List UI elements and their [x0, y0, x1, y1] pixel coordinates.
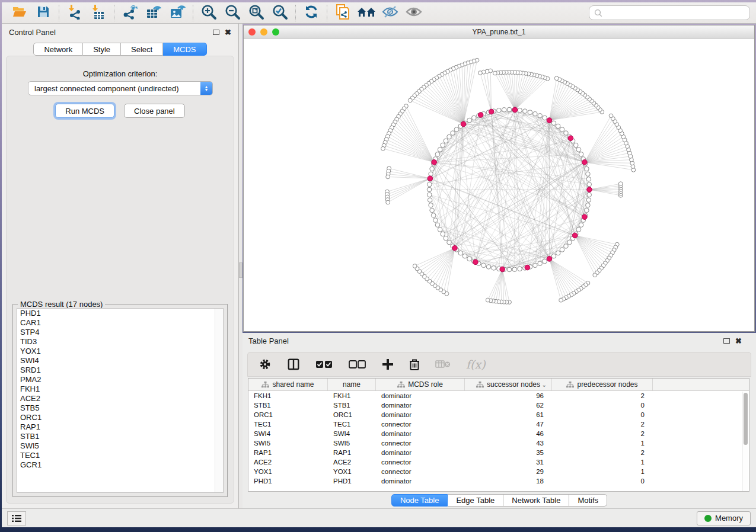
mcds-result-item[interactable]: PMA2 [17, 375, 223, 384]
node-table[interactable]: shared namenameMCDS rolesuccessor nodes⌄… [248, 378, 749, 492]
graph-node[interactable] [518, 108, 522, 113]
graph-node[interactable] [454, 127, 459, 132]
mcds-result-item[interactable]: FKH1 [17, 384, 223, 394]
refresh-layout-button[interactable] [299, 4, 323, 23]
mcds-result-item[interactable]: STP4 [17, 328, 223, 337]
splitter-handle[interactable] [239, 262, 243, 278]
graph-node[interactable] [586, 198, 591, 203]
graph-leaf-node[interactable] [554, 76, 559, 81]
tab-mcds[interactable]: MCDS [163, 43, 206, 56]
graph-node[interactable] [444, 236, 448, 241]
graph-node[interactable] [507, 107, 512, 112]
graph-node[interactable] [441, 232, 445, 236]
graph-node[interactable] [585, 166, 589, 171]
table-row[interactable]: FKH1FKH1dominator962 [248, 391, 749, 400]
tab-edge-table[interactable]: Edge Table [448, 494, 503, 507]
tab-motifs[interactable]: Motifs [569, 494, 607, 507]
graph-node[interactable] [560, 127, 564, 132]
graph-node[interactable] [576, 148, 581, 152]
close-panel-button[interactable]: Close panel [124, 104, 185, 118]
table-row[interactable]: YOX1YOX1connector291 [248, 467, 749, 476]
graph-node[interactable] [447, 134, 452, 139]
graph-node[interactable] [462, 254, 467, 258]
tab-node-table[interactable]: Node Table [391, 494, 448, 507]
first-neighbors-button[interactable] [355, 4, 378, 23]
add-column-icon[interactable] [382, 358, 394, 370]
task-history-button[interactable] [7, 511, 26, 525]
tab-network-table[interactable]: Network Table [503, 494, 569, 507]
graph-node[interactable] [492, 266, 496, 271]
graph-leaf-node[interactable] [609, 114, 613, 118]
graph-node[interactable] [564, 131, 569, 136]
graph-node[interactable] [538, 261, 543, 266]
tab-network[interactable]: Network [33, 43, 83, 56]
graph-mcds-hub-node[interactable] [473, 259, 479, 265]
graph-node[interactable] [441, 143, 445, 148]
graph-mcds-hub-node[interactable] [489, 109, 494, 114]
mcds-list-scrollbar[interactable] [215, 309, 223, 492]
table-scrollbar[interactable] [742, 392, 748, 491]
graph-leaf-node[interactable] [559, 298, 563, 302]
mcds-result-item[interactable]: GCR1 [17, 460, 223, 470]
graph-leaf-node[interactable] [386, 200, 390, 204]
graph-node[interactable] [497, 108, 502, 113]
graph-node[interactable] [567, 240, 572, 245]
column-header-name[interactable]: name [328, 379, 376, 390]
graph-node[interactable] [585, 208, 589, 213]
graph-node[interactable] [451, 131, 455, 136]
mcds-result-item[interactable]: SRD1 [17, 366, 223, 375]
graph-node[interactable] [507, 267, 512, 272]
graph-node[interactable] [429, 172, 433, 177]
graph-mcds-hub-node[interactable] [572, 233, 578, 238]
graph-node[interactable] [512, 267, 517, 272]
graph-node[interactable] [551, 254, 556, 258]
graph-node[interactable] [435, 152, 440, 156]
graph-node[interactable] [427, 187, 432, 192]
graph-mcds-hub-node[interactable] [452, 245, 458, 251]
graph-node[interactable] [427, 193, 432, 197]
graph-node[interactable] [486, 265, 491, 270]
graph-mcds-hub-node[interactable] [525, 265, 530, 270]
zoom-out-button[interactable] [221, 4, 244, 23]
table-row[interactable]: ACE2ACE2connector311 [248, 457, 749, 467]
column-header-MCDS-role[interactable]: MCDS role [376, 379, 465, 390]
graph-node[interactable] [458, 251, 463, 255]
graph-leaf-node[interactable] [381, 146, 385, 150]
graph-node[interactable] [587, 193, 592, 197]
graph-node[interactable] [431, 213, 436, 218]
graph-node[interactable] [427, 182, 432, 187]
graph-mcds-hub-node[interactable] [582, 160, 588, 165]
show-all-button[interactable] [402, 4, 426, 23]
graph-mcds-hub-node[interactable] [587, 187, 592, 193]
mcds-result-item[interactable]: STB1 [17, 432, 223, 441]
save-session-button[interactable] [31, 4, 55, 23]
mcds-result-item[interactable]: ACE2 [17, 394, 223, 403]
graph-mcds-hub-node[interactable] [547, 118, 552, 123]
graph-leaf-node[interactable] [493, 71, 497, 75]
mcds-result-item[interactable]: ORC1 [17, 413, 223, 422]
graph-node[interactable] [576, 227, 581, 232]
graph-leaf-node[interactable] [486, 298, 490, 302]
search-input[interactable] [605, 9, 745, 17]
graph-node[interactable] [429, 203, 433, 208]
graph-mcds-hub-node[interactable] [547, 257, 552, 262]
graph-mcds-hub-node[interactable] [500, 267, 505, 272]
import-network-button[interactable] [63, 4, 87, 23]
graph-node[interactable] [564, 244, 569, 249]
network-canvas[interactable] [244, 39, 754, 331]
mcds-result-item[interactable]: TID3 [17, 337, 223, 347]
hide-selected-button[interactable] [378, 4, 402, 23]
float-panel-icon[interactable] [213, 30, 219, 35]
graph-mcds-hub-node[interactable] [512, 107, 518, 113]
graph-node[interactable] [533, 263, 538, 268]
graph-leaf-node[interactable] [593, 273, 597, 277]
graph-node[interactable] [523, 109, 528, 114]
zoom-selected-button[interactable] [268, 4, 292, 23]
graph-leaf-node[interactable] [478, 71, 482, 75]
column-header-shared-name[interactable]: shared name [248, 379, 328, 390]
mcds-result-item[interactable]: STB5 [17, 403, 223, 413]
deselect-all-icon[interactable] [349, 360, 366, 368]
graph-node[interactable] [587, 182, 592, 187]
show-column-icon[interactable] [287, 358, 300, 371]
graph-mcds-hub-node[interactable] [428, 176, 433, 181]
